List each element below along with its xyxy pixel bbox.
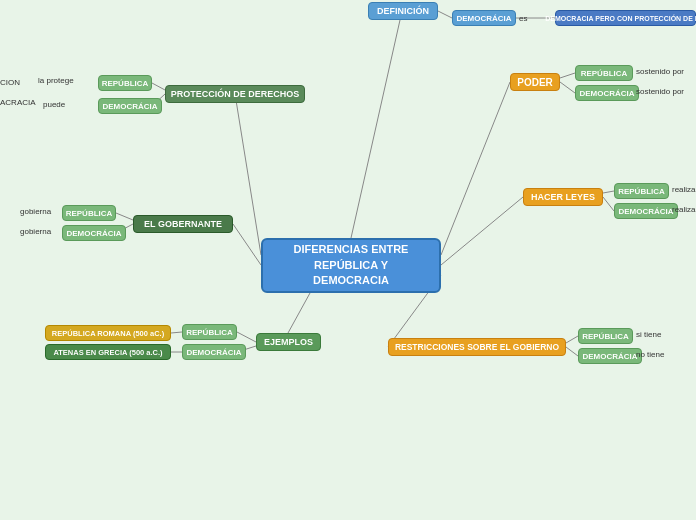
svg-line-0 <box>351 20 400 238</box>
acracia-label: ACRACIA <box>0 98 36 107</box>
democracia-long-label: DEMOCRACIA PERO CON PROTECCIÓN DE D... <box>545 15 696 22</box>
democracia-def-node: DEMOCRÁCIA <box>452 10 516 26</box>
gob-republica-node: REPÚBLICA <box>62 205 116 221</box>
atenas-node: ATENAS EN GRECIA (500 a.C.) <box>45 344 171 360</box>
prot-democracia-node: DEMOCRÁCIA <box>98 98 162 114</box>
svg-line-11 <box>152 83 165 90</box>
gobierna-1: gobierna <box>20 207 51 216</box>
svg-line-2 <box>235 94 261 255</box>
poder-node: PODER <box>510 73 560 91</box>
realiza-2: realiza <box>672 205 696 214</box>
democracia-def-label: DEMOCRÁCIA <box>456 14 511 23</box>
hl-democracia-node: DEMOCRÁCIA <box>614 203 678 219</box>
hacer-leyes-node: HACER LEYES <box>523 188 603 206</box>
gobierna-2: gobierna <box>20 227 51 236</box>
svg-line-17 <box>237 332 256 342</box>
ej-democracia-node: DEMOCRÁCIA <box>182 344 246 360</box>
svg-line-13 <box>603 191 614 193</box>
svg-line-1 <box>441 82 510 255</box>
center-node: DIFERENCIAS ENTRE REPÚBLICA Y DEMOCRACIA <box>261 238 441 293</box>
cion-label: CION <box>0 78 20 87</box>
democracia-long-node: DEMOCRACIA PERO CON PROTECCIÓN DE D... <box>555 10 696 26</box>
definicion-label: DEFINICIÓN <box>377 6 429 16</box>
proteccion-node: PROTECCIÓN DE DERECHOS <box>165 85 305 103</box>
rest-democracia-node: DEMOCRÁCIA <box>578 348 642 364</box>
svg-line-15 <box>116 213 133 220</box>
svg-line-19 <box>171 332 182 333</box>
svg-line-4 <box>233 224 261 265</box>
svg-line-7 <box>438 11 452 18</box>
puede-label: puede <box>43 100 65 109</box>
hl-republica-node: REPÚBLICA <box>614 183 669 199</box>
svg-line-9 <box>560 73 575 78</box>
sostenido-por-1: sostenido por <box>636 67 684 76</box>
es-label: es <box>519 14 527 23</box>
svg-line-10 <box>560 82 575 93</box>
sostenido-por-2: sostenido por <box>636 87 684 96</box>
svg-line-5 <box>288 293 310 333</box>
romana-node: REPÚBLICA ROMANA (500 aC.) <box>45 325 171 341</box>
gobernante-node: EL GOBERNANTE <box>133 215 233 233</box>
poder-label: PODER <box>517 77 553 88</box>
center-label: DIFERENCIAS ENTRE REPÚBLICA Y DEMOCRACIA <box>294 242 409 288</box>
realiza-1: realiza <box>672 185 696 194</box>
si-tiene-label: si tiene <box>636 330 661 339</box>
ejemplos-node: EJEMPLOS <box>256 333 321 351</box>
svg-line-3 <box>441 197 523 265</box>
poder-republica-node: REPÚBLICA <box>575 65 633 81</box>
svg-line-21 <box>566 336 578 343</box>
prot-republica-node: REPÚBLICA <box>98 75 152 91</box>
gob-democracia-node: DEMOCRÁCIA <box>62 225 126 241</box>
no-tiene-label: no tiene <box>636 350 664 359</box>
restricciones-node: RESTRICCIONES SOBRE EL GOBIERNO <box>388 338 566 356</box>
rest-republica-node: REPÚBLICA <box>578 328 633 344</box>
la-protege-label: la protege <box>38 76 74 85</box>
ej-republica-node: REPÚBLICA <box>182 324 237 340</box>
svg-line-22 <box>566 347 578 356</box>
poder-democracia-node: DEMOCRÁCIA <box>575 85 639 101</box>
definicion-node: DEFINICIÓN <box>368 2 438 20</box>
svg-line-14 <box>603 197 614 211</box>
